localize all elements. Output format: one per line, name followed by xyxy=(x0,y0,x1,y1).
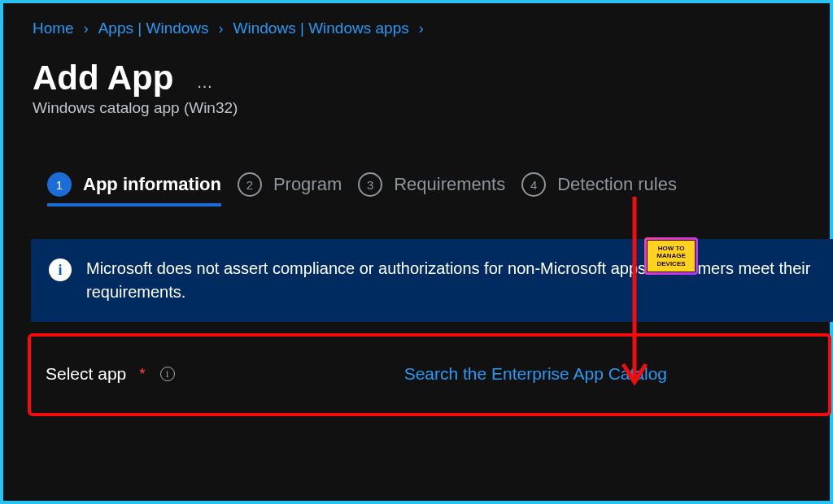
breadcrumb: Home › Apps | Windows › Windows | Window… xyxy=(33,20,830,37)
chevron-right-icon: › xyxy=(419,20,424,37)
chevron-right-icon: › xyxy=(219,20,224,37)
watermark-text: HOW TO MANAGE DEVICES xyxy=(647,240,696,272)
help-icon[interactable]: i xyxy=(160,367,175,381)
info-icon: i xyxy=(49,259,72,281)
main-panel: Home › Apps | Windows › Windows | Window… xyxy=(3,3,830,501)
watermark-badge: HOW TO MANAGE DEVICES xyxy=(644,237,698,275)
required-star-icon: * xyxy=(139,365,145,383)
tab-label: App information xyxy=(83,174,221,195)
page-title: Add App xyxy=(33,59,173,98)
chevron-right-icon: › xyxy=(84,20,89,37)
more-actions-button[interactable]: … xyxy=(196,73,214,92)
badge-line: MANAGE xyxy=(656,252,686,260)
breadcrumb-apps[interactable]: Apps | Windows xyxy=(98,20,209,37)
tab-detection-rules[interactable]: 4 Detection rules xyxy=(521,172,677,206)
info-banner-text: Microsoft does not assert compliance or … xyxy=(86,257,818,304)
step-number-icon: 4 xyxy=(521,172,546,197)
tab-label: Requirements xyxy=(394,174,505,195)
step-number-icon: 2 xyxy=(238,172,262,197)
tab-program[interactable]: 2 Program xyxy=(238,172,342,206)
badge-line: DEVICES xyxy=(656,260,685,268)
select-app-row: Select app * i Search the Enterprise App… xyxy=(28,333,831,416)
page-title-row: Add App … xyxy=(33,59,830,98)
tab-requirements[interactable]: 3 Requirements xyxy=(358,172,505,206)
select-app-label: Select app xyxy=(46,364,126,384)
breadcrumb-home[interactable]: Home xyxy=(33,20,74,37)
tab-label: Detection rules xyxy=(557,174,677,195)
search-catalog-link[interactable]: Search the Enterprise App Catalog xyxy=(404,364,667,384)
info-banner: i Microsoft does not assert compliance o… xyxy=(31,239,833,322)
wizard-tabs: 1 App information 2 Program 3 Requiremen… xyxy=(47,172,830,206)
step-number-icon: 3 xyxy=(358,172,382,197)
tab-app-information[interactable]: 1 App information xyxy=(47,172,221,206)
step-number-icon: 1 xyxy=(47,172,72,197)
badge-line: HOW TO xyxy=(658,245,685,253)
tab-label: Program xyxy=(273,174,342,195)
page-subtitle: Windows catalog app (Win32) xyxy=(33,99,830,117)
breadcrumb-windows-apps[interactable]: Windows | Windows apps xyxy=(233,20,409,37)
